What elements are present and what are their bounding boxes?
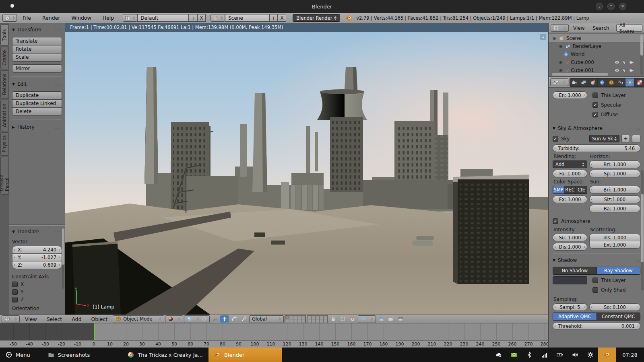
manipulator-translate-icon[interactable] <box>220 315 229 323</box>
snap-element-selector[interactable] <box>358 315 376 323</box>
tab-texture[interactable] <box>635 78 644 86</box>
sky-exposure-field[interactable]: ‹Ex: 1.000› <box>553 195 587 203</box>
layer-toggle[interactable] <box>293 319 297 323</box>
lock-to-scene-icon[interactable] <box>329 315 338 323</box>
timeline-playhead[interactable] <box>94 323 95 340</box>
tab-create[interactable]: Create <box>0 47 8 69</box>
vector-y-field[interactable]: ‹Y:-1.027› <box>12 253 62 261</box>
lamp-energy-field[interactable]: ‹En: 1.000› <box>553 91 587 99</box>
sky-preset-add-button[interactable]: + <box>621 135 630 142</box>
duplicate-button[interactable]: Duplicate <box>12 91 62 100</box>
battery-icon[interactable] <box>552 348 568 362</box>
layer-toggle[interactable] <box>324 319 327 323</box>
layer-toggle[interactable] <box>301 316 305 319</box>
sun-size-field[interactable]: ‹Siz:1.000› <box>589 195 640 203</box>
outliner-display-filter[interactable]: All Scene <box>616 24 642 32</box>
color-space-cie[interactable]: CIE <box>576 186 587 194</box>
layers-grid-1[interactable] <box>285 315 306 323</box>
atmosphere-sun-intensity-field[interactable]: ‹Su: 1.000› <box>553 234 587 241</box>
constraint-y-checkbox[interactable]: Y <box>12 289 62 295</box>
taskbar-browser[interactable]: Tha Trickaz x Creaky Ja... <box>122 348 208 362</box>
layer-toggle[interactable] <box>308 319 311 323</box>
delete-button[interactable]: Delete <box>12 107 62 116</box>
screen-layout-icon-button[interactable] <box>123 14 137 22</box>
atmosphere-inscattering-field[interactable]: Ins: 1.000 <box>589 234 640 241</box>
lamp-this-layer-checkbox[interactable]: This Layer <box>589 91 640 99</box>
maximize-button[interactable]: ⌃ <box>607 3 615 10</box>
duplicate-linked-button[interactable]: Duplicate Linked <box>12 99 62 108</box>
outliner-row-cube000[interactable]: ⊕▽ Cube.000 <box>549 58 644 66</box>
opengl-anim-icon[interactable] <box>396 315 405 323</box>
rotate-button[interactable]: Rotate <box>12 45 62 53</box>
snap-magnet-icon[interactable] <box>348 315 357 323</box>
vector-x-field[interactable]: ‹X:-4.240› <box>12 246 62 254</box>
select-menu[interactable]: Select <box>42 316 67 322</box>
layout-add-button[interactable]: + <box>189 14 197 22</box>
blender-tray-thumbnail[interactable] <box>598 348 616 362</box>
renderability-camera-icon[interactable] <box>629 60 634 65</box>
menu-window[interactable]: Window <box>66 15 97 21</box>
tab-render[interactable] <box>570 78 579 86</box>
viewport-shading-selector[interactable] <box>165 315 183 323</box>
manipulator-scale-icon[interactable] <box>239 315 248 323</box>
layout-selector[interactable]: Default <box>137 14 189 22</box>
sun-backscatter-field[interactable]: Ba: 1.000 <box>589 205 640 212</box>
timeline-editor[interactable]: -50-40-30-20-100102030405060708090100110… <box>0 323 548 348</box>
shadow-samples-field[interactable]: ‹Sampl: 5› <box>553 303 587 311</box>
layer-toggle[interactable] <box>301 319 305 323</box>
timeline-ruler[interactable]: -50-40-30-20-100102030405060708090100110… <box>0 340 548 348</box>
scene-delete-button[interactable]: X <box>278 14 286 22</box>
threshold-slider[interactable]: ‹Threshold:0.001› <box>553 322 640 330</box>
constraint-x-checkbox[interactable]: X <box>12 282 62 287</box>
adaptive-qmc-option[interactable]: Adaptive QMC <box>553 313 597 321</box>
manipulator-axes-icon[interactable] <box>211 315 219 323</box>
properties-scrollbar[interactable] <box>641 170 644 290</box>
diffuse-checkbox[interactable]: ✓Diffuse <box>589 111 640 119</box>
mirror-button[interactable]: Mirror <box>12 64 62 73</box>
outliner-row-scene[interactable]: ⊖ Scene <box>549 34 644 42</box>
menu-render[interactable]: Render <box>37 15 66 21</box>
editor-type-properties-button[interactable] <box>550 78 568 86</box>
layer-toggle[interactable] <box>285 316 289 319</box>
add-menu[interactable]: Add <box>67 316 86 322</box>
layer-toggle[interactable] <box>297 316 301 319</box>
layer-toggle[interactable] <box>285 319 289 323</box>
outliner-search-menu[interactable]: Search <box>589 25 613 31</box>
tab-scene[interactable] <box>588 78 598 86</box>
visibility-eye-icon[interactable] <box>615 60 619 65</box>
sky-blend-factor-field[interactable]: ‹Fa: 1.000› <box>553 170 587 177</box>
atmosphere-distance-field[interactable]: ‹Dis:1.000› <box>553 243 587 251</box>
network-signal-icon[interactable] <box>537 348 552 362</box>
titlebar[interactable]: Blender ⌄ ⌃ ✕ <box>0 0 644 13</box>
operator-scrollbar[interactable] <box>62 228 64 289</box>
close-button[interactable]: ✕ <box>619 3 626 10</box>
panel-header-history[interactable]: ▶History:::: <box>12 123 62 131</box>
mode-selector[interactable]: Object Mode <box>113 315 164 323</box>
vector-z-field[interactable]: ‹Z:0.609› <box>12 261 62 269</box>
translate-button[interactable]: Translate <box>12 37 62 45</box>
color-space-rec[interactable]: REC <box>564 186 576 194</box>
opengl-still-icon[interactable] <box>386 315 395 323</box>
layer-toggle[interactable] <box>312 319 315 323</box>
editor-type-info-button[interactable] <box>2 14 17 22</box>
menu-file[interactable]: File <box>17 15 37 21</box>
render-opengl-icon[interactable] <box>377 315 386 323</box>
sky-blend-mode-selector[interactable]: Add <box>553 160 587 168</box>
editor-type-3dview-button[interactable] <box>2 315 20 323</box>
layer-toggle[interactable] <box>293 316 297 319</box>
menu-help[interactable]: Help <box>97 15 120 21</box>
no-shadow-option[interactable]: No Shadow <box>553 267 597 275</box>
only-shadow-checkbox[interactable]: Only Shad <box>589 286 640 294</box>
outliner-view-menu[interactable]: View <box>570 25 588 31</box>
tab-object[interactable] <box>607 78 616 86</box>
view-menu[interactable]: View <box>21 316 41 322</box>
scene-add-button[interactable]: + <box>269 14 278 22</box>
layer-toggle[interactable] <box>297 319 301 323</box>
editor-type-outliner-button[interactable] <box>551 24 569 32</box>
layer-toggle[interactable] <box>289 316 293 319</box>
proportional-edit-icon[interactable] <box>339 315 347 323</box>
shadow-color-swatch[interactable] <box>553 276 587 284</box>
sky-checkbox[interactable]: ✓Sky <box>553 135 587 143</box>
tab-relations[interactable]: Relations <box>0 70 8 99</box>
sky-type-selector[interactable]: Sun & Sk <box>589 135 619 142</box>
